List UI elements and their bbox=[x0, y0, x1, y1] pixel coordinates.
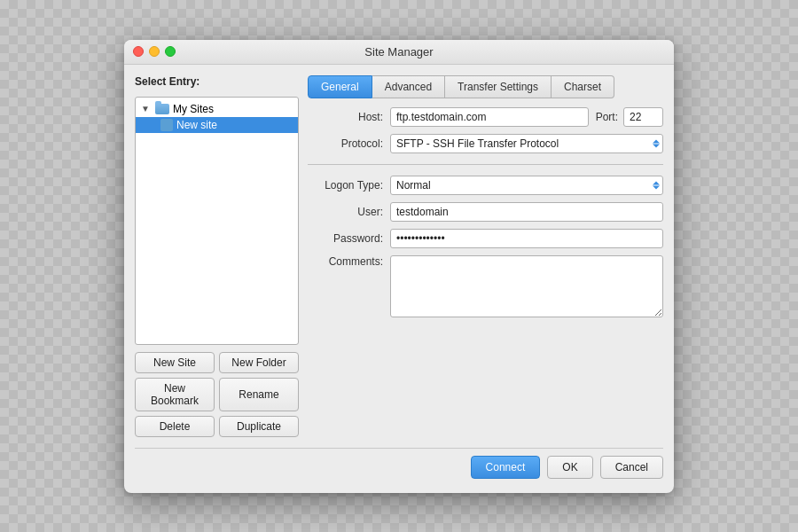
user-input[interactable] bbox=[390, 202, 663, 222]
comments-label: Comments: bbox=[308, 255, 383, 268]
tab-bar: General Advanced Transfer Settings Chars… bbox=[308, 75, 663, 98]
close-button[interactable] bbox=[133, 46, 144, 57]
user-row: User: bbox=[308, 202, 663, 222]
right-panel: General Advanced Transfer Settings Chars… bbox=[308, 75, 663, 437]
maximize-button[interactable] bbox=[165, 46, 176, 57]
minimize-button[interactable] bbox=[149, 46, 160, 57]
connect-button[interactable]: Connect bbox=[471, 456, 541, 479]
new-bookmark-button[interactable]: New Bookmark bbox=[135, 378, 215, 411]
site-icon bbox=[160, 119, 173, 131]
protocol-select-wrapper: SFTP - SSH File Transfer Protocol FTP - … bbox=[390, 134, 663, 153]
tree-view[interactable]: ▼ My Sites New site bbox=[135, 97, 299, 345]
port-label: Port: bbox=[596, 111, 618, 123]
password-row: Password: bbox=[308, 229, 663, 248]
tree-root-item[interactable]: ▼ My Sites bbox=[136, 101, 298, 117]
select-entry-label: Select Entry: bbox=[135, 75, 299, 88]
port-input[interactable] bbox=[623, 107, 663, 127]
logon-type-select[interactable]: Normal Anonymous Ask for password Intera… bbox=[390, 176, 663, 195]
logon-type-select-wrapper: Normal Anonymous Ask for password Intera… bbox=[390, 176, 663, 195]
ok-button[interactable]: OK bbox=[547, 456, 592, 479]
left-buttons: New Site New Folder New Bookmark Rename … bbox=[135, 352, 299, 437]
delete-button[interactable]: Delete bbox=[135, 416, 215, 437]
tab-general[interactable]: General bbox=[308, 75, 372, 98]
titlebar: Site Manager bbox=[124, 40, 674, 65]
window-title: Site Manager bbox=[364, 45, 433, 59]
cancel-button[interactable]: Cancel bbox=[600, 456, 663, 479]
bottom-buttons: Connect OK Cancel bbox=[135, 448, 663, 482]
tab-advanced[interactable]: Advanced bbox=[372, 75, 445, 98]
duplicate-button[interactable]: Duplicate bbox=[219, 416, 299, 437]
host-input[interactable] bbox=[390, 107, 589, 127]
folder-icon bbox=[155, 104, 169, 114]
site-manager-window: Site Manager Select Entry: ▼ My Sites Ne… bbox=[124, 40, 674, 493]
new-site-button[interactable]: New Site bbox=[135, 352, 215, 373]
logon-type-row: Logon Type: Normal Anonymous Ask for pas… bbox=[308, 176, 663, 195]
form-section: Host: Port: Protocol: SFTP - SSH File Tr… bbox=[308, 107, 663, 317]
logon-type-label: Logon Type: bbox=[308, 179, 383, 192]
main-content: Select Entry: ▼ My Sites New site New Si… bbox=[135, 75, 663, 437]
divider-1 bbox=[308, 164, 663, 165]
tab-transfer-settings[interactable]: Transfer Settings bbox=[445, 75, 552, 98]
protocol-label: Protocol: bbox=[308, 137, 383, 150]
new-folder-button[interactable]: New Folder bbox=[219, 352, 299, 373]
protocol-select[interactable]: SFTP - SSH File Transfer Protocol FTP - … bbox=[390, 134, 663, 153]
user-label: User: bbox=[308, 206, 383, 218]
host-row: Host: Port: bbox=[308, 107, 663, 127]
left-panel: Select Entry: ▼ My Sites New site New Si… bbox=[135, 75, 299, 437]
port-group: Port: bbox=[596, 107, 663, 127]
tree-child-label: New site bbox=[176, 119, 217, 131]
tree-root-label: My Sites bbox=[173, 103, 214, 115]
tree-arrow-icon: ▼ bbox=[141, 104, 150, 113]
protocol-row: Protocol: SFTP - SSH File Transfer Proto… bbox=[308, 134, 663, 153]
comments-row: Comments: bbox=[308, 255, 663, 317]
tree-child-item[interactable]: New site bbox=[136, 117, 298, 133]
rename-button[interactable]: Rename bbox=[219, 378, 299, 411]
window-body: Select Entry: ▼ My Sites New site New Si… bbox=[124, 65, 674, 493]
comments-textarea[interactable] bbox=[390, 255, 663, 317]
traffic-lights bbox=[133, 46, 176, 57]
password-input[interactable] bbox=[390, 229, 663, 248]
host-label: Host: bbox=[308, 111, 383, 123]
tab-charset[interactable]: Charset bbox=[552, 75, 614, 98]
password-label: Password: bbox=[308, 232, 383, 245]
